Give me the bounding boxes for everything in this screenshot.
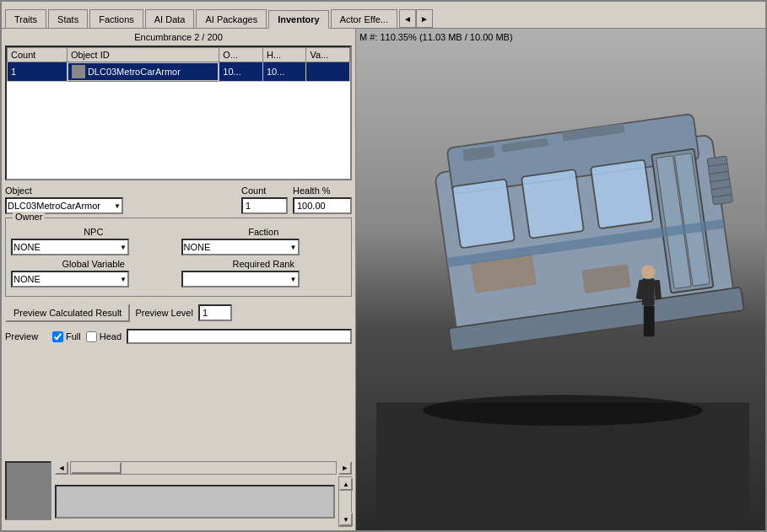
preview-calculated-button[interactable]: Preview Calculated Result (5, 304, 130, 322)
horizontal-scrollbar: ◄ ► (55, 461, 352, 475)
global-rank-row: Global Variable NONE Required Rank (11, 259, 346, 287)
count-input[interactable] (241, 197, 288, 214)
bottom-box (5, 461, 51, 520)
owner-groupbox: Owner NPC NONE Faction (5, 218, 352, 297)
inner-scroll-area (55, 485, 335, 519)
col-va: Va... (306, 48, 350, 62)
head-checkbox-label[interactable]: Head (86, 331, 122, 342)
metro-car-svg (365, 46, 761, 530)
svg-point-1 (423, 395, 702, 426)
tab-factions[interactable]: Factions (89, 9, 143, 28)
right-scroll-area: ▲ ▼ (55, 476, 352, 527)
global-variable-label: Global Variable (11, 259, 176, 269)
object-label: Object (5, 185, 236, 196)
tab-traits[interactable]: Traits (5, 9, 46, 28)
inventory-table: Count Object ID O... H... Va... 1 (7, 47, 350, 82)
tab-scroll-right[interactable]: ► (416, 9, 433, 28)
tab-ai-data[interactable]: AI Data (145, 9, 195, 28)
svg-rect-6 (521, 169, 584, 239)
scroll-left-btn[interactable]: ◄ (55, 461, 68, 475)
scrollbar-track[interactable] (70, 461, 337, 475)
tab-ai-packages[interactable]: AI Packages (196, 9, 267, 28)
full-checkbox[interactable] (52, 331, 63, 342)
main-window: Traits Stats Factions AI Data AI Package… (0, 0, 767, 532)
row-object-id: DLC03MetroCarArmor (68, 62, 219, 81)
vert-scroll-up[interactable]: ▲ (339, 477, 353, 491)
item-icon (72, 65, 85, 78)
scroll-right-btn[interactable]: ► (338, 461, 352, 475)
vert-scroll-down[interactable]: ▼ (339, 513, 353, 526)
object-count-row: Object DLC03MetroCarArmor Count Health % (5, 185, 352, 214)
col-h: H... (262, 48, 306, 62)
bottom-area: ◄ ► ▲ ▼ (5, 453, 352, 527)
scrollbar-thumb[interactable] (71, 462, 122, 474)
row-o: 10... (219, 62, 263, 82)
preview-label: Preview (5, 331, 47, 341)
content-area: Encumbrance 2 / 200 Count Object ID O...… (2, 29, 765, 530)
bottom-scrollbars: ◄ ► ▲ ▼ (55, 461, 352, 527)
health-input[interactable] (293, 197, 352, 214)
svg-point-24 (641, 266, 656, 280)
preview-row: Preview Calculated Result Preview Level (5, 304, 352, 322)
vert-scrollbar: ▲ ▼ (338, 476, 352, 527)
col-count: Count (8, 48, 68, 62)
col-object-id: Object ID (67, 48, 219, 62)
row-h: 10... (262, 62, 306, 82)
tab-inventory[interactable]: Inventory (268, 10, 329, 29)
faction-select-wrapper: NONE (181, 239, 300, 255)
row-va (306, 62, 350, 82)
health-label: Health % (293, 185, 352, 196)
head-checkbox[interactable] (86, 331, 97, 342)
table-row[interactable]: 1 DLC03MetroCarArmor 10... 10... (8, 62, 350, 82)
preview-level-input[interactable] (198, 304, 232, 321)
required-rank-select[interactable] (181, 271, 300, 287)
preview-level-label: Preview Level (135, 308, 192, 318)
row-count: 1 (8, 62, 68, 82)
owner-legend: Owner (13, 212, 45, 222)
svg-rect-5 (452, 179, 515, 248)
col-o: O... (219, 48, 263, 62)
svg-rect-7 (591, 159, 653, 228)
viewport: M #: 110.35% (11.03 MB / 10.00 MB) (356, 29, 765, 530)
bottom-scroll-area: ◄ ► ▲ ▼ (5, 461, 352, 527)
inventory-table-wrapper: Count Object ID O... H... Va... 1 (5, 46, 352, 180)
svg-rect-26 (648, 305, 654, 336)
vert-scroll-track (339, 491, 351, 513)
preview-checkbox-row: Preview Full Head (5, 329, 352, 344)
global-variable-select[interactable]: NONE (11, 271, 129, 287)
tab-bar: Traits Stats Factions AI Data AI Package… (2, 2, 765, 29)
encumbrance-label: Encumbrance 2 / 200 (5, 32, 352, 42)
rank-select-wrapper (181, 271, 300, 287)
scene-background: M #: 110.35% (11.03 MB / 10.00 MB) (356, 29, 765, 530)
npc-faction-row: NPC NONE Faction NONE (11, 227, 346, 255)
required-rank-label: Required Rank (181, 259, 347, 269)
count-label: Count (241, 185, 288, 196)
left-panel: Encumbrance 2 / 200 Count Object ID O...… (2, 29, 356, 530)
tab-stats[interactable]: Stats (48, 9, 88, 28)
faction-select[interactable]: NONE (181, 239, 300, 255)
right-panel: M #: 110.35% (11.03 MB / 10.00 MB) (356, 29, 765, 530)
tab-actor-effects[interactable]: Actor Effe... (331, 9, 397, 28)
tab-scroll-left[interactable]: ◄ (399, 9, 416, 28)
preview-bar (127, 329, 352, 344)
npc-select-wrapper: NONE (11, 239, 129, 255)
memory-info: M #: 110.35% (11.03 MB / 10.00 MB) (359, 32, 513, 42)
faction-label: Faction (181, 227, 347, 237)
full-checkbox-label[interactable]: Full (52, 331, 81, 342)
npc-select[interactable]: NONE (11, 239, 129, 255)
global-select-wrapper: NONE (11, 271, 129, 287)
npc-label: NPC (11, 227, 176, 237)
